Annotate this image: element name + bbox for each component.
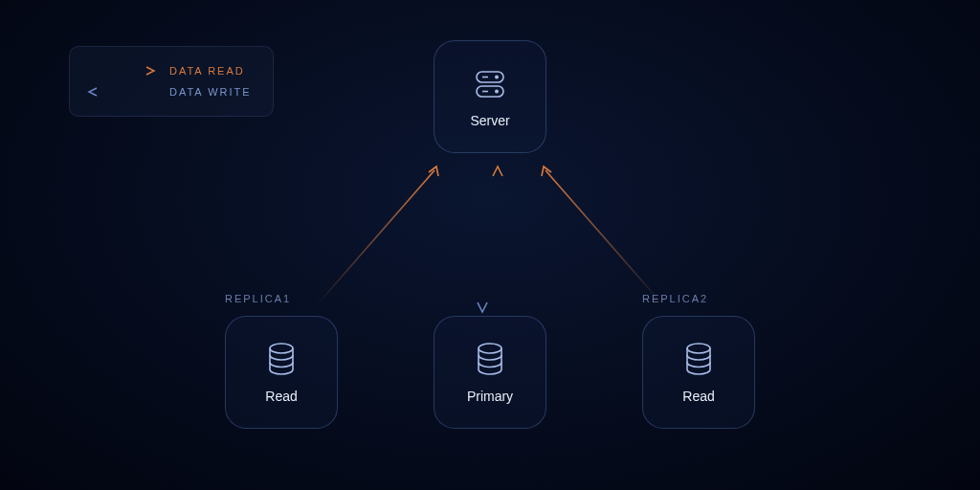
- svg-point-8: [270, 344, 293, 353]
- server-icon: [471, 65, 509, 103]
- arrow-replica2-server: [546, 170, 664, 306]
- replica2-node: Read: [642, 316, 755, 429]
- primary-node: Primary: [434, 316, 546, 429]
- svg-point-5: [496, 76, 498, 78]
- database-icon: [264, 341, 299, 379]
- legend: DATA READ DATA WRITE: [69, 46, 274, 117]
- svg-rect-2: [477, 72, 503, 82]
- legend-read-arrow-icon: [87, 64, 156, 78]
- primary-label: Primary: [467, 389, 513, 404]
- legend-read-label: DATA READ: [169, 65, 245, 77]
- replica2-sublabel: REPLICA2: [642, 293, 708, 304]
- svg-point-9: [479, 344, 501, 353]
- legend-row-read: DATA READ: [87, 60, 252, 81]
- svg-rect-3: [477, 86, 503, 97]
- server-node: Server: [434, 40, 546, 153]
- legend-write-label: DATA WRITE: [169, 86, 252, 98]
- replica2-label: Read: [682, 389, 714, 404]
- arrow-replica1-server: [316, 170, 434, 306]
- replica1-label: Read: [265, 389, 297, 404]
- replica1-sublabel: REPLICA1: [225, 293, 291, 304]
- server-label: Server: [470, 113, 509, 128]
- svg-point-7: [496, 90, 498, 92]
- database-icon: [473, 341, 507, 379]
- legend-write-arrow-icon: [87, 85, 156, 99]
- replica1-node: Read: [225, 316, 338, 429]
- database-icon: [681, 341, 716, 379]
- legend-row-write: DATA WRITE: [87, 81, 252, 102]
- svg-point-10: [687, 344, 710, 353]
